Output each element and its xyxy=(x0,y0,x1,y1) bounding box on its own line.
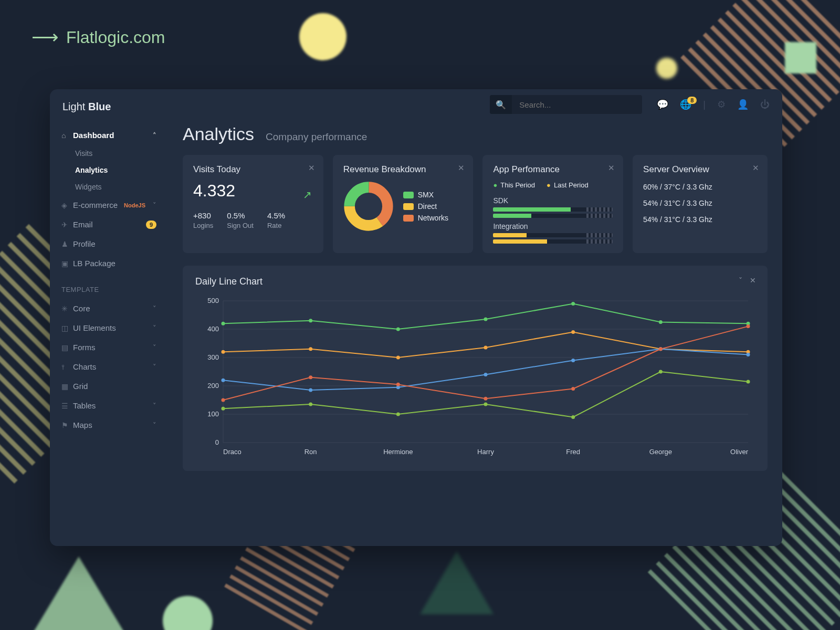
progress-bar xyxy=(493,214,613,218)
close-icon[interactable]: ✕ xyxy=(752,163,759,173)
sidebar-item-label: Core xyxy=(73,304,90,313)
package-icon: ▣ xyxy=(61,259,73,268)
stat-value: +830 xyxy=(193,211,213,220)
chevron-down-icon: ˅ xyxy=(153,402,156,410)
sidebar-item-label: UI Elements xyxy=(73,323,116,332)
diamond-icon: ◈ xyxy=(61,201,73,209)
svg-point-46 xyxy=(396,383,400,386)
progress-bar xyxy=(493,233,613,237)
search-button[interactable]: 🔍 xyxy=(490,95,512,114)
legend-item: Networks xyxy=(403,214,448,222)
card-title: Daily Line Chart xyxy=(195,276,755,287)
sidebar-item-profile[interactable]: ♟ Profile xyxy=(50,234,168,254)
svg-point-24 xyxy=(309,319,312,322)
chat-icon[interactable]: 💬 xyxy=(657,99,668,110)
svg-point-34 xyxy=(571,330,575,334)
card-server: ✕ Server Overview 60% / 37°C / 3.3 Ghz54… xyxy=(633,155,768,253)
sidebar-sub-visits[interactable]: Visits xyxy=(50,145,168,162)
chevron-down-icon: ˅ xyxy=(153,304,156,312)
search-input[interactable] xyxy=(512,95,642,114)
close-icon[interactable]: ✕ xyxy=(458,163,465,173)
sidebar-item-charts[interactable]: ⫯Charts˅ xyxy=(50,357,168,376)
sidebar-item-forms[interactable]: ▤Forms˅ xyxy=(50,338,168,357)
dashboard-window: Light Blue ⌂ Dashboard ˄ Visits Analytic… xyxy=(50,89,782,546)
svg-text:Ron: Ron xyxy=(304,448,317,456)
svg-point-57 xyxy=(747,380,750,383)
svg-point-38 xyxy=(309,388,312,392)
card-title: Visits Today xyxy=(193,164,313,175)
legend-swatch xyxy=(403,192,414,198)
sidebar-item-label: LB Package xyxy=(73,259,116,268)
legend-item: SMX xyxy=(403,191,448,199)
brand-light: Light xyxy=(62,101,88,112)
sidebar-item-label: Maps xyxy=(73,421,92,429)
external-link[interactable]: ⟶ Flatlogic.com xyxy=(32,26,165,48)
svg-point-32 xyxy=(396,356,400,360)
sidebar-item-label: Forms xyxy=(73,343,96,352)
sidebar-item-ecommerce[interactable]: ◈ E-commerce NodeJS ˅ xyxy=(50,195,168,215)
badge-count: 9 xyxy=(146,220,156,229)
chevron-down-icon[interactable]: ˅ xyxy=(739,276,742,285)
close-icon[interactable]: ✕ xyxy=(608,163,615,173)
brand-bold: Blue xyxy=(88,101,111,112)
user-icon[interactable]: 👤 xyxy=(737,99,749,110)
stat-value: 4.5% xyxy=(267,211,285,220)
svg-point-37 xyxy=(222,379,225,382)
sidebar-item-label: Dashboard xyxy=(73,131,114,140)
svg-point-25 xyxy=(396,328,400,331)
svg-text:0: 0 xyxy=(215,438,219,446)
svg-point-30 xyxy=(222,350,225,354)
svg-point-51 xyxy=(222,407,225,411)
sidebar-sub-analytics[interactable]: Analytics xyxy=(50,162,168,178)
sidebar-item-maps[interactable]: ⚑Maps˅ xyxy=(50,415,168,435)
sidebar-section-label: TEMPLATE xyxy=(50,273,168,299)
svg-point-45 xyxy=(309,375,312,379)
sidebar-item-label: Email xyxy=(73,220,93,229)
svg-point-47 xyxy=(484,397,488,401)
card-title: Revenue Breakdown xyxy=(343,164,463,175)
power-icon[interactable]: ⏻ xyxy=(760,99,770,110)
svg-text:100: 100 xyxy=(207,410,219,418)
sidebar-item-core[interactable]: ✳Core˅ xyxy=(50,299,168,318)
sidebar-item-ui[interactable]: ◫UI Elements˅ xyxy=(50,318,168,338)
card-daily-chart: Daily Line Chart ˅ ✕ 0100200300400500Dra… xyxy=(183,266,768,471)
sidebar-item-tables[interactable]: ☰Tables˅ xyxy=(50,396,168,415)
svg-point-40 xyxy=(484,373,488,376)
progress-bar xyxy=(493,207,613,212)
svg-point-54 xyxy=(484,403,488,406)
sidebar-item-label: Tables xyxy=(73,401,96,410)
card-app-performance: ✕ App Perfomance This Period Last Period… xyxy=(482,155,623,253)
gear-icon[interactable]: ⚙ xyxy=(717,99,726,110)
legend-swatch xyxy=(403,203,414,210)
svg-text:Fred: Fred xyxy=(566,448,580,456)
close-icon[interactable]: ✕ xyxy=(750,276,756,285)
close-icon[interactable]: ✕ xyxy=(308,163,315,173)
svg-text:George: George xyxy=(649,448,672,456)
stat-label: Logins xyxy=(193,222,213,229)
svg-text:Hermione: Hermione xyxy=(383,448,413,456)
sidebar-item-label: Charts xyxy=(73,362,96,371)
chevron-down-icon: ˅ xyxy=(153,324,156,332)
legend-item: Direct xyxy=(403,202,448,211)
table-icon: ☰ xyxy=(61,402,73,410)
brand-logo[interactable]: Light Blue xyxy=(50,101,168,125)
perf-label: Integration xyxy=(493,222,613,230)
stat-label: Sign Out xyxy=(227,222,254,229)
globe-icon[interactable]: 🌐 xyxy=(680,99,691,110)
topbar: 🔍 💬 🌐 | ⚙ 👤 ⏻ xyxy=(168,89,782,120)
sidebar-sub-widgets[interactable]: Widgets xyxy=(50,178,168,195)
external-link-text: Flatlogic.com xyxy=(66,28,165,47)
arrow-right-icon: ⟶ xyxy=(32,26,57,48)
atom-icon: ✳ xyxy=(61,304,73,313)
card-title: Server Overview xyxy=(643,164,757,175)
sidebar-item-grid[interactable]: ▦Grid xyxy=(50,376,168,396)
page-subtitle: Company performance xyxy=(266,131,367,143)
sidebar-item-email[interactable]: ✈ Email 9 xyxy=(50,215,168,234)
visits-value: 4.332 xyxy=(193,181,313,201)
svg-point-52 xyxy=(309,403,312,406)
chevron-down-icon: ˅ xyxy=(153,343,156,351)
svg-point-33 xyxy=(484,346,488,350)
sidebar-item-package[interactable]: ▣ LB Package xyxy=(50,254,168,273)
card-revenue: ✕ Revenue Breakdown SMXDirectNetworks xyxy=(333,155,474,253)
sidebar-item-dashboard[interactable]: ⌂ Dashboard ˄ xyxy=(50,125,168,145)
